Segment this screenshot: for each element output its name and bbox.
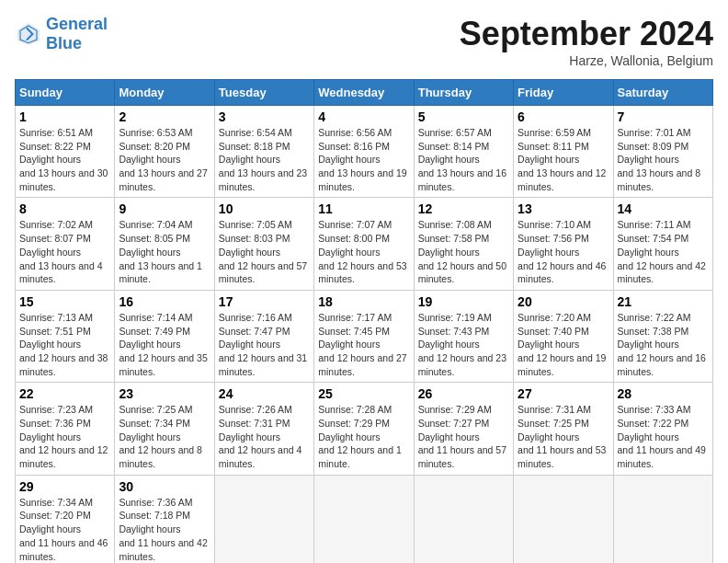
day-info: Sunrise: 7:22 AM Sunset: 7:38 PM Dayligh… — [618, 311, 709, 378]
day-info: Sunrise: 7:16 AM Sunset: 7:47 PM Dayligh… — [219, 311, 310, 378]
logo-general: General — [46, 15, 108, 33]
column-header-monday: Monday — [115, 80, 214, 106]
column-header-tuesday: Tuesday — [214, 80, 313, 106]
day-info: Sunrise: 7:01 AM Sunset: 8:09 PM Dayligh… — [618, 126, 709, 193]
column-header-sunday: Sunday — [16, 80, 115, 106]
day-info: Sunrise: 7:34 AM Sunset: 7:20 PM Dayligh… — [19, 496, 110, 563]
day-info: Sunrise: 6:51 AM Sunset: 8:22 PM Dayligh… — [19, 126, 110, 193]
calendar-cell: 15 Sunrise: 7:13 AM Sunset: 7:51 PM Dayl… — [16, 290, 115, 382]
day-info: Sunrise: 6:59 AM Sunset: 8:11 PM Dayligh… — [518, 126, 609, 193]
calendar-cell: 22 Sunrise: 7:23 AM Sunset: 7:36 PM Dayl… — [16, 383, 115, 475]
day-info: Sunrise: 6:56 AM Sunset: 8:16 PM Dayligh… — [318, 126, 409, 193]
calendar-cell: 23 Sunrise: 7:25 AM Sunset: 7:34 PM Dayl… — [115, 383, 214, 475]
day-number: 13 — [518, 201, 609, 216]
day-info: Sunrise: 7:02 AM Sunset: 8:07 PM Dayligh… — [19, 218, 110, 285]
day-info: Sunrise: 7:25 AM Sunset: 7:34 PM Dayligh… — [119, 403, 210, 470]
page-header: General Blue September 2024 Harze, Wallo… — [15, 15, 713, 68]
calendar-cell: 5 Sunrise: 6:57 AM Sunset: 8:14 PM Dayli… — [414, 106, 513, 198]
day-number: 12 — [418, 201, 509, 216]
month-title: September 2024 — [460, 15, 713, 53]
calendar-cell: 17 Sunrise: 7:16 AM Sunset: 7:47 PM Dayl… — [214, 290, 313, 382]
calendar-cell: 8 Sunrise: 7:02 AM Sunset: 8:07 PM Dayli… — [16, 198, 115, 290]
calendar-cell: 11 Sunrise: 7:07 AM Sunset: 8:00 PM Dayl… — [314, 198, 414, 290]
day-number: 23 — [119, 386, 210, 401]
calendar-cell — [314, 475, 414, 563]
logo-text: General Blue — [46, 15, 108, 53]
day-number: 16 — [119, 294, 210, 309]
column-header-wednesday: Wednesday — [314, 80, 414, 106]
calendar-cell: 13 Sunrise: 7:10 AM Sunset: 7:56 PM Dayl… — [514, 198, 613, 290]
day-number: 26 — [418, 386, 509, 401]
calendar-cell: 2 Sunrise: 6:53 AM Sunset: 8:20 PM Dayli… — [115, 106, 214, 198]
calendar-cell: 10 Sunrise: 7:05 AM Sunset: 8:03 PM Dayl… — [214, 198, 313, 290]
day-number: 25 — [318, 386, 409, 401]
day-number: 17 — [219, 294, 310, 309]
day-number: 1 — [19, 109, 110, 124]
calendar-cell: 25 Sunrise: 7:28 AM Sunset: 7:29 PM Dayl… — [314, 383, 414, 475]
day-info: Sunrise: 6:57 AM Sunset: 8:14 PM Dayligh… — [418, 126, 509, 193]
day-info: Sunrise: 7:20 AM Sunset: 7:40 PM Dayligh… — [518, 311, 609, 378]
calendar-cell: 27 Sunrise: 7:31 AM Sunset: 7:25 PM Dayl… — [514, 383, 613, 475]
calendar-cell: 6 Sunrise: 6:59 AM Sunset: 8:11 PM Dayli… — [514, 106, 613, 198]
calendar-cell: 14 Sunrise: 7:11 AM Sunset: 7:54 PM Dayl… — [613, 198, 712, 290]
day-number: 27 — [518, 386, 609, 401]
day-info: Sunrise: 7:14 AM Sunset: 7:49 PM Dayligh… — [119, 311, 210, 378]
day-number: 8 — [19, 201, 110, 216]
day-info: Sunrise: 7:05 AM Sunset: 8:03 PM Dayligh… — [219, 218, 310, 285]
column-header-saturday: Saturday — [613, 80, 712, 106]
location-subtitle: Harze, Wallonia, Belgium — [460, 53, 713, 68]
calendar-cell — [414, 475, 513, 563]
calendar-header-row: SundayMondayTuesdayWednesdayThursdayFrid… — [16, 80, 713, 106]
day-info: Sunrise: 7:11 AM Sunset: 7:54 PM Dayligh… — [618, 218, 709, 285]
day-number: 19 — [418, 294, 509, 309]
calendar-cell: 29 Sunrise: 7:34 AM Sunset: 7:20 PM Dayl… — [16, 475, 115, 563]
logo-blue: Blue — [46, 34, 82, 52]
day-info: Sunrise: 7:07 AM Sunset: 8:00 PM Dayligh… — [318, 218, 409, 285]
logo-icon — [15, 20, 42, 48]
calendar-week-row: 8 Sunrise: 7:02 AM Sunset: 8:07 PM Dayli… — [16, 198, 713, 290]
calendar-week-row: 15 Sunrise: 7:13 AM Sunset: 7:51 PM Dayl… — [16, 290, 713, 382]
calendar-table: SundayMondayTuesdayWednesdayThursdayFrid… — [15, 79, 713, 563]
day-number: 14 — [618, 201, 709, 216]
calendar-cell: 21 Sunrise: 7:22 AM Sunset: 7:38 PM Dayl… — [613, 290, 712, 382]
day-info: Sunrise: 7:19 AM Sunset: 7:43 PM Dayligh… — [418, 311, 509, 378]
day-info: Sunrise: 7:10 AM Sunset: 7:56 PM Dayligh… — [518, 218, 609, 285]
logo: General Blue — [15, 15, 108, 53]
calendar-cell: 19 Sunrise: 7:19 AM Sunset: 7:43 PM Dayl… — [414, 290, 513, 382]
day-number: 30 — [119, 479, 210, 494]
day-number: 29 — [19, 479, 110, 494]
calendar-cell: 24 Sunrise: 7:26 AM Sunset: 7:31 PM Dayl… — [214, 383, 313, 475]
day-info: Sunrise: 7:26 AM Sunset: 7:31 PM Dayligh… — [219, 403, 310, 470]
day-info: Sunrise: 6:53 AM Sunset: 8:20 PM Dayligh… — [119, 126, 210, 193]
calendar-cell: 7 Sunrise: 7:01 AM Sunset: 8:09 PM Dayli… — [613, 106, 712, 198]
day-info: Sunrise: 7:33 AM Sunset: 7:22 PM Dayligh… — [618, 403, 709, 470]
calendar-cell: 16 Sunrise: 7:14 AM Sunset: 7:49 PM Dayl… — [115, 290, 214, 382]
day-number: 28 — [618, 386, 709, 401]
day-info: Sunrise: 7:04 AM Sunset: 8:05 PM Dayligh… — [119, 218, 210, 285]
title-block: September 2024 Harze, Wallonia, Belgium — [460, 15, 713, 68]
calendar-cell: 26 Sunrise: 7:29 AM Sunset: 7:27 PM Dayl… — [414, 383, 513, 475]
day-info: Sunrise: 7:36 AM Sunset: 7:18 PM Dayligh… — [119, 496, 210, 563]
day-number: 3 — [219, 109, 310, 124]
day-info: Sunrise: 7:31 AM Sunset: 7:25 PM Dayligh… — [518, 403, 609, 470]
calendar-cell — [613, 475, 712, 563]
calendar-cell: 1 Sunrise: 6:51 AM Sunset: 8:22 PM Dayli… — [16, 106, 115, 198]
calendar-cell: 9 Sunrise: 7:04 AM Sunset: 8:05 PM Dayli… — [115, 198, 214, 290]
calendar-cell: 3 Sunrise: 6:54 AM Sunset: 8:18 PM Dayli… — [214, 106, 313, 198]
day-number: 4 — [318, 109, 409, 124]
calendar-cell: 20 Sunrise: 7:20 AM Sunset: 7:40 PM Dayl… — [514, 290, 613, 382]
day-info: Sunrise: 7:17 AM Sunset: 7:45 PM Dayligh… — [318, 311, 409, 378]
day-number: 9 — [119, 201, 210, 216]
calendar-cell: 28 Sunrise: 7:33 AM Sunset: 7:22 PM Dayl… — [613, 383, 712, 475]
calendar-week-row: 29 Sunrise: 7:34 AM Sunset: 7:20 PM Dayl… — [16, 475, 713, 563]
calendar-cell: 12 Sunrise: 7:08 AM Sunset: 7:58 PM Dayl… — [414, 198, 513, 290]
column-header-thursday: Thursday — [414, 80, 513, 106]
calendar-cell: 4 Sunrise: 6:56 AM Sunset: 8:16 PM Dayli… — [314, 106, 414, 198]
calendar-cell — [214, 475, 313, 563]
day-number: 11 — [318, 201, 409, 216]
day-info: Sunrise: 7:29 AM Sunset: 7:27 PM Dayligh… — [418, 403, 509, 470]
day-info: Sunrise: 6:54 AM Sunset: 8:18 PM Dayligh… — [219, 126, 310, 193]
day-info: Sunrise: 7:08 AM Sunset: 7:58 PM Dayligh… — [418, 218, 509, 285]
day-number: 2 — [119, 109, 210, 124]
day-number: 22 — [19, 386, 110, 401]
